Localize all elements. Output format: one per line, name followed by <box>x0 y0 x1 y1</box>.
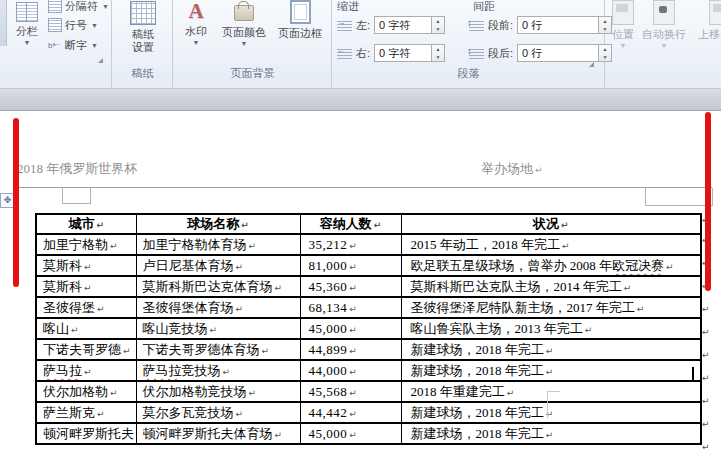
cell-stadium[interactable]: 萨马拉竞技场 <box>136 360 300 381</box>
breaks-button[interactable]: 分隔符 ▼ <box>48 0 109 15</box>
status-text: 圣彼得堡泽尼特队新主场，2017 年完工 <box>411 300 645 315</box>
wrap-text-button[interactable]: 自动换行 ▼ <box>640 0 688 60</box>
capacity-text: 44,442 <box>309 405 358 420</box>
col-header-city[interactable]: 城市 <box>36 214 136 234</box>
cell-stadium[interactable]: 顿河畔罗斯托夫体育场 <box>136 423 300 444</box>
misspelled-text: 萨马拉 <box>43 363 82 378</box>
indent-right-row: 右: 0 字符 ▲▼ <box>337 44 445 62</box>
status-text: 2015 年动工，2018 年完工 <box>411 237 570 252</box>
col-header-text: 容纳人数 <box>320 216 382 231</box>
cell-status[interactable]: 喀山鲁宾队主场，2013 年完工 <box>401 318 701 339</box>
cell-status[interactable]: 圣彼得堡泽尼特队新主场，2017 年完工 <box>401 297 701 318</box>
capacity-text: 68,134 <box>309 300 358 315</box>
page-color-icon <box>234 5 254 21</box>
cell-city[interactable]: 莫斯科 <box>36 276 136 297</box>
status-text: 莫斯科斯巴达克队主场，2014 年完工 <box>411 279 632 294</box>
watermark-button[interactable]: A 水印 ▼ <box>178 0 214 60</box>
clipped-button-icon <box>0 0 7 46</box>
cell-capacity[interactable]: 68,134 <box>300 297 401 318</box>
position-icon <box>612 0 634 25</box>
document-window-top-edge <box>0 89 721 111</box>
cell-city[interactable]: 莫斯科 <box>36 255 136 276</box>
spacing-before-icon <box>469 19 484 31</box>
cell-capacity[interactable]: 45,000 <box>300 423 401 444</box>
cell-stadium[interactable]: 莫斯科斯巴达克体育场 <box>136 276 300 297</box>
cell-stadium[interactable]: 下诺夫哥罗德体育场 <box>136 339 300 360</box>
cell-city[interactable]: 萨马拉 <box>36 360 136 381</box>
header-boundary-line <box>15 187 712 188</box>
indent-left-spinner[interactable]: ▲▼ <box>432 16 445 34</box>
cell-status[interactable]: 新建球场，2018 年完工 <box>401 360 701 381</box>
chevron-down-icon: ▼ <box>91 42 98 49</box>
line-numbers-button[interactable]: 行号 ▼ <box>48 16 98 34</box>
cell-city[interactable]: 圣彼得堡 <box>36 297 136 318</box>
capacity-text: 35,212 <box>309 237 358 252</box>
cell-city[interactable]: 萨兰斯克 <box>36 402 136 423</box>
col-header-text: 球场名称 <box>187 216 249 231</box>
cell-city[interactable]: 伏尔加格勒 <box>36 381 136 402</box>
line-numbers-icon <box>48 18 62 32</box>
cell-city[interactable]: 顿河畔罗斯托夫 <box>36 423 136 444</box>
indent-left-field[interactable]: 0 字符 <box>374 16 432 34</box>
hyphenation-button[interactable]: bᵃ⁻ 断字 ▼ <box>48 36 98 54</box>
cell-city[interactable]: 加里宁格勒 <box>36 234 136 255</box>
col-header-status[interactable]: 状况 <box>401 214 701 234</box>
cell-stadium[interactable]: 莫尔多瓦竞技场 <box>136 402 300 423</box>
cell-city[interactable]: 下诺夫哥罗德 <box>36 339 136 360</box>
manuscript-label-line2: 设置 <box>132 41 154 54</box>
cell-capacity[interactable]: 81,000 <box>300 255 401 276</box>
spacing-before-field[interactable]: 0 行 <box>517 16 599 34</box>
page-header-title[interactable]: 2018 年俄罗斯世界杯 <box>17 160 137 178</box>
cell-stadium[interactable]: 卢日尼基体育场 <box>136 255 300 276</box>
columns-label: 分栏 <box>16 25 38 38</box>
cell-status[interactable]: 莫斯科斯巴达克队主场，2014 年完工 <box>401 276 701 297</box>
page-setup-dialog-launcher[interactable] <box>98 58 103 63</box>
cell-capacity[interactable]: 45,000 <box>300 318 401 339</box>
watermark-icon: A <box>188 0 203 22</box>
stadium-text: 圣彼得堡体育场 <box>143 300 244 315</box>
venues-table: 城市 球场名称 容纳人数 状况 加里宁格勒 加里宁格勒体育场 35,212 20… <box>35 213 702 445</box>
cell-capacity[interactable]: 44,899 <box>300 339 401 360</box>
ribbon-group-manuscript: 稿纸 设置 稿纸 <box>113 0 173 88</box>
page-borders-button[interactable]: 页面边框 <box>272 0 328 60</box>
city-text: 伏尔加格勒 <box>43 384 118 399</box>
cell-city[interactable]: 喀山 <box>36 318 136 339</box>
cell-stadium[interactable]: 伏尔加格勒竞技场 <box>136 381 300 402</box>
cell-status[interactable]: 新建球场，2018 年完工 <box>401 339 701 360</box>
page-header-subtitle[interactable]: 举办场地 <box>481 160 543 178</box>
cell-stadium[interactable]: 加里宁格勒体育场 <box>136 234 300 255</box>
capacity-text: 81,000 <box>309 258 358 273</box>
indent-left-row: 左: 0 字符 ▲▼ <box>337 16 445 34</box>
capacity-text: 44,000 <box>309 363 358 378</box>
cell-capacity[interactable]: 44,442 <box>300 402 401 423</box>
position-button[interactable]: 位置 ▼ <box>608 0 638 60</box>
manuscript-label-line1: 稿纸 <box>132 28 154 41</box>
breaks-icon <box>48 0 62 13</box>
cell-capacity[interactable]: 45,360 <box>300 276 401 297</box>
cell-status[interactable]: 2015 年动工，2018 年完工 <box>401 234 701 255</box>
cell-capacity[interactable]: 35,212 <box>300 234 401 255</box>
table-row: 莫斯科 莫斯科斯巴达克体育场 45,360 莫斯科斯巴达克队主场，2014 年完… <box>36 276 701 297</box>
cell-stadium[interactable]: 圣彼得堡体育场 <box>136 297 300 318</box>
cell-capacity[interactable]: 44,000 <box>300 360 401 381</box>
chevron-down-icon: ▼ <box>193 39 200 46</box>
city-text: 莫斯科 <box>43 258 92 273</box>
paragraph-dialog-launcher[interactable] <box>589 62 594 67</box>
spacing-after-field[interactable]: 0 行 <box>517 44 599 62</box>
cell-status[interactable]: 新建球场，2018 年完工 <box>401 423 701 444</box>
bring-forward-button[interactable]: 上移一层 <box>690 0 721 60</box>
indent-left-icon <box>337 19 352 31</box>
cell-stadium[interactable]: 喀山竞技场 <box>136 318 300 339</box>
manuscript-grid-icon <box>130 1 156 25</box>
manuscript-setup-button[interactable]: 稿纸 设置 <box>120 0 166 60</box>
page-color-button[interactable]: 页面颜色 ▼ <box>218 0 270 60</box>
watermark-label: 水印 <box>185 25 207 38</box>
indent-right-field[interactable]: 0 字符 <box>374 44 432 62</box>
cell-capacity[interactable]: 45,568 <box>300 381 401 402</box>
col-header-capacity[interactable]: 容纳人数 <box>300 214 401 234</box>
col-header-stadium[interactable]: 球场名称 <box>136 214 300 234</box>
status-text-part: 欧足联五星级球场，曾举办 2008 年 <box>411 258 613 273</box>
cell-status[interactable]: 欧足联五星级球场，曾举办 2008 年欧冠决赛 <box>401 255 701 276</box>
columns-button[interactable]: 分栏 ▼ <box>8 0 46 60</box>
indent-right-spinner[interactable]: ▲▼ <box>432 44 445 62</box>
